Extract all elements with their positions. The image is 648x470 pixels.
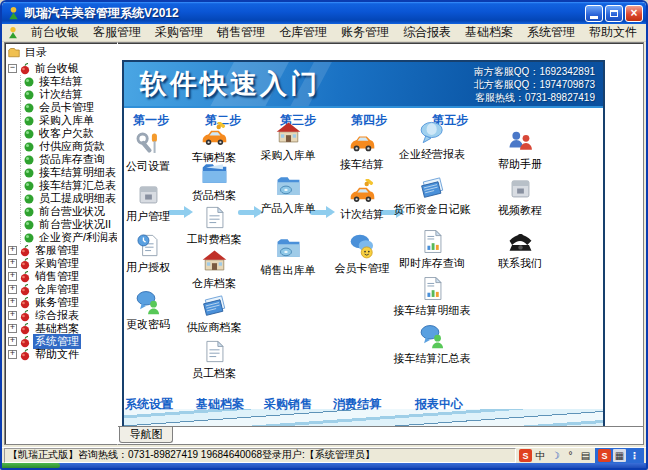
- phone-icon: [507, 228, 534, 255]
- car-icon: [349, 129, 376, 156]
- quickstart-item[interactable]: 工时费档案: [180, 204, 248, 247]
- quickstart-item[interactable]: 帮助手册: [486, 129, 554, 172]
- menubar: 前台收银客服管理采购管理销售管理仓库管理账务管理综合报表基础档案系统管理帮助文件…: [2, 24, 646, 42]
- quickstart-item[interactable]: 会员卡管理: [328, 233, 396, 276]
- doc-icon: [201, 204, 228, 231]
- menu-item[interactable]: 销售管理: [210, 24, 272, 41]
- quickstart-item[interactable]: 企业经营报表: [398, 119, 466, 162]
- quickstart-item-label: 销售出库单: [261, 263, 316, 278]
- quickstart-item[interactable]: 用户管理: [124, 181, 182, 224]
- tree-parent-item[interactable]: +帮助文件: [5, 348, 117, 361]
- restore-button[interactable]: [605, 5, 623, 22]
- menu-item[interactable]: 仓库管理: [272, 24, 334, 41]
- tree-connector: [5, 127, 21, 140]
- quickstart-item-label: 货币资金日记账: [394, 202, 471, 217]
- quickstart-item[interactable]: 接车结算汇总表: [398, 323, 466, 366]
- app-icon: [6, 6, 21, 21]
- expand-box-icon[interactable]: +: [8, 298, 17, 307]
- restore-icon: [610, 10, 618, 17]
- category-footer-label: 基础档案: [185, 396, 255, 413]
- menu-item[interactable]: 采购管理: [148, 24, 210, 41]
- quickstart-item[interactable]: 销售出库单: [254, 235, 322, 278]
- lang-chinese-icon[interactable]: 中: [534, 449, 547, 462]
- quickstart-item[interactable]: 员工档案: [180, 338, 248, 381]
- apple-icon: [19, 284, 31, 296]
- quickstart-banner: 软件快速入门 南方客服QQ：1692342891北方客服QQ：197470987…: [124, 62, 603, 108]
- car-edit-icon: [349, 179, 376, 206]
- start-button-sliver[interactable]: [2, 463, 60, 468]
- language-bar-active: S▦⋮: [595, 448, 644, 463]
- moon-icon[interactable]: ☽: [549, 449, 562, 462]
- quickstart-item-label: 即时库存查询: [399, 256, 465, 271]
- quickstart-item[interactable]: 采购入库单: [254, 120, 322, 163]
- tree-connector: [5, 231, 21, 244]
- apple-icon: [19, 63, 31, 75]
- keyboard-icon[interactable]: ▦: [613, 449, 626, 462]
- tree-connector: [5, 101, 21, 114]
- tree-header-label: 目录: [25, 45, 47, 60]
- banner-title: 软件快速入门: [140, 66, 320, 102]
- expand-box-icon[interactable]: +: [8, 311, 17, 320]
- expand-box-icon[interactable]: +: [8, 337, 17, 346]
- quickstart-item[interactable]: 货币资金日记账: [398, 174, 466, 217]
- quickstart-item[interactable]: 接车结算明细表: [398, 275, 466, 318]
- quickstart-item-label: 企业经营报表: [399, 147, 465, 162]
- quickstart-item[interactable]: 即时库存查询: [398, 228, 466, 271]
- tab-navigation-map[interactable]: 导航图: [119, 427, 173, 443]
- quickstart-item[interactable]: 计次结算: [328, 179, 396, 222]
- close-button[interactable]: ×: [625, 5, 643, 22]
- expand-box-icon[interactable]: +: [8, 246, 17, 255]
- expand-box-icon[interactable]: +: [8, 272, 17, 281]
- expand-box-icon[interactable]: +: [8, 324, 17, 333]
- expand-box-icon[interactable]: +: [8, 285, 17, 294]
- pen-icon[interactable]: °: [564, 449, 577, 462]
- quickstart-item-label: 视频教程: [498, 203, 542, 218]
- step-label: 第一步: [124, 112, 181, 129]
- tree-connector: [5, 114, 21, 127]
- sogou-icon[interactable]: S: [519, 449, 532, 462]
- menu-item[interactable]: 系统管理: [520, 24, 582, 41]
- apple-icon: [19, 271, 31, 283]
- sogou-icon[interactable]: S: [598, 449, 611, 462]
- green-item-icon: [23, 128, 35, 140]
- collapse-box-icon[interactable]: −: [8, 64, 17, 73]
- green-item-icon: [23, 219, 35, 231]
- tree-connector: [5, 218, 21, 231]
- quickstart-item[interactable]: 仓库档案: [180, 248, 248, 291]
- menu-item[interactable]: 综合报表: [396, 24, 458, 41]
- quickstart-item[interactable]: 供应商档案: [180, 292, 248, 335]
- quickstart-item[interactable]: 产品入库单: [254, 173, 322, 216]
- quickstart-item[interactable]: 用户授权: [124, 232, 182, 275]
- minimize-button[interactable]: [585, 5, 603, 22]
- menu-item[interactable]: 客服管理: [86, 24, 148, 41]
- expand-box-icon[interactable]: +: [8, 350, 17, 359]
- status-text: 【凯瑞正式版】咨询热线：0731-89827419 19684640068登录用…: [4, 448, 516, 463]
- taskbar-sliver: [2, 463, 646, 468]
- menu-item[interactable]: 帮助文件: [582, 24, 644, 41]
- menu-item[interactable]: 基础档案: [458, 24, 520, 41]
- expand-box-icon[interactable]: +: [8, 259, 17, 268]
- quickstart-item[interactable]: 货品档案: [180, 160, 248, 203]
- folder-icon: [8, 47, 20, 59]
- mdi-minimize-button[interactable]: [644, 27, 648, 38]
- tree-connector: [5, 166, 21, 179]
- quickstart-item[interactable]: 视频教程: [486, 175, 554, 218]
- box-icon: [507, 175, 534, 202]
- quickstart-item-label: 仓库档案: [192, 276, 236, 291]
- menu-item[interactable]: 前台收银: [24, 24, 86, 41]
- people-icon: [507, 129, 534, 156]
- quickstart-item[interactable]: 接车结算: [328, 129, 396, 172]
- more-icon[interactable]: ⋮: [628, 449, 641, 462]
- quickstart-item[interactable]: 更改密码: [124, 289, 182, 332]
- green-item-icon: [23, 180, 35, 192]
- close-icon: ×: [630, 7, 637, 19]
- step-label: 第四步: [339, 112, 399, 129]
- quickstart-item-label: 工时费档案: [187, 232, 242, 247]
- quickstart-item[interactable]: 公司设置: [124, 131, 182, 174]
- box-icon: [135, 181, 162, 208]
- menu-item[interactable]: 账务管理: [334, 24, 396, 41]
- quickstart-item[interactable]: 联系我们: [486, 228, 554, 271]
- bubbles-smiley-icon: [349, 233, 376, 260]
- keyboard-icon[interactable]: ▤: [579, 449, 592, 462]
- quickstart-item[interactable]: 车辆档案: [180, 122, 248, 165]
